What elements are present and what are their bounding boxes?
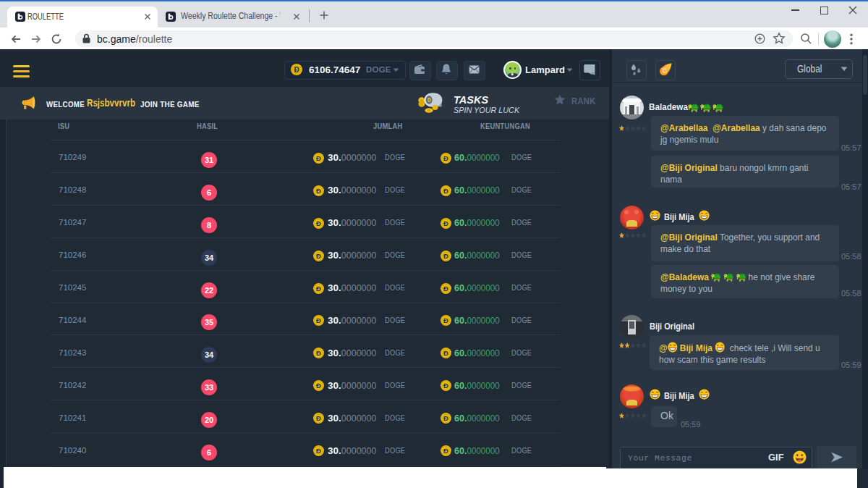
svg-text:Ð: Ð — [443, 285, 448, 293]
svg-text:Ð: Ð — [316, 349, 321, 357]
svg-text:Ð: Ð — [443, 414, 448, 422]
svg-text:Ð: Ð — [443, 447, 448, 455]
svg-text:Ð: Ð — [316, 316, 321, 324]
svg-text:Ð: Ð — [294, 66, 299, 74]
svg-text:Ð: Ð — [443, 219, 448, 227]
svg-text:Ð: Ð — [443, 349, 448, 357]
svg-text:Ð: Ð — [443, 316, 448, 324]
svg-text:Ð: Ð — [443, 187, 448, 195]
svg-text:Ð: Ð — [443, 252, 448, 260]
svg-text:Ð: Ð — [443, 382, 448, 390]
svg-text:Ð: Ð — [316, 187, 321, 195]
svg-text:Ð: Ð — [443, 154, 448, 162]
svg-text:Ð: Ð — [316, 414, 321, 422]
svg-text:Ð: Ð — [316, 285, 321, 293]
svg-text:Ð: Ð — [316, 382, 321, 390]
svg-text:Ð: Ð — [316, 154, 321, 162]
svg-text:0: 0 — [427, 96, 431, 104]
svg-text:Ð: Ð — [316, 252, 321, 260]
svg-text:B: B — [663, 67, 668, 74]
svg-text:Ð: Ð — [316, 447, 321, 455]
svg-text:Ð: Ð — [316, 219, 321, 227]
